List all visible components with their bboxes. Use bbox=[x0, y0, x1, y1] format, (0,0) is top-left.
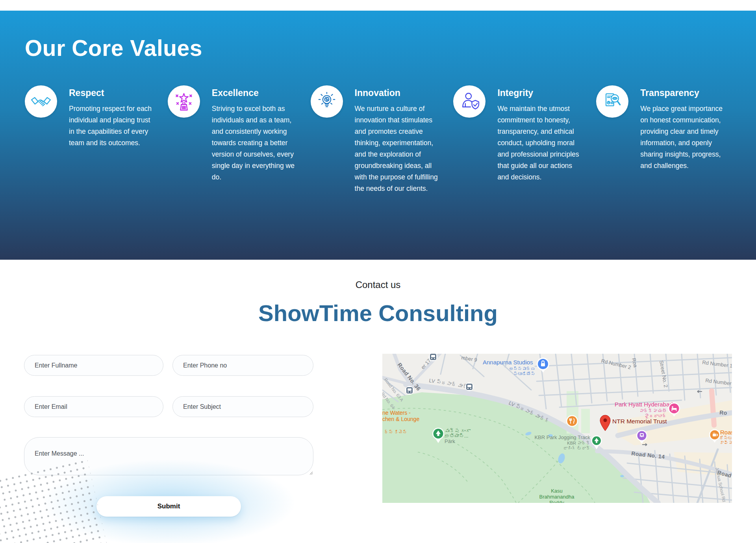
svg-text:Ro: Ro bbox=[719, 409, 728, 416]
trophy-star-icon bbox=[168, 85, 200, 118]
value-description: Promoting respect for each individual an… bbox=[69, 103, 154, 149]
svg-text:వృక్ష గంగా: వృక్ష గంగా bbox=[445, 428, 471, 434]
svg-text:NTR Memorial Trust: NTR Memorial Trust bbox=[612, 418, 667, 425]
document-search-icon bbox=[596, 85, 628, 118]
handshake-icon bbox=[25, 85, 57, 118]
submit-button[interactable]: Submit bbox=[96, 496, 241, 517]
svg-text:Annapurna Studios: Annapurna Studios bbox=[483, 359, 533, 366]
value-card-integrity: Integrity We maintain the utmost commitm… bbox=[453, 85, 591, 194]
value-card-text: Respect Promoting respect for each indiv… bbox=[69, 85, 154, 149]
svg-text:అభియాన్...: అభియాన్... bbox=[445, 433, 468, 439]
svg-text:Park Hyatt Hyderabad: Park Hyatt Hyderabad bbox=[615, 401, 673, 408]
phone-input[interactable] bbox=[172, 355, 313, 376]
svg-text:Roas: Roas bbox=[720, 429, 732, 436]
svg-text:chen & Lounge: chen & Lounge bbox=[382, 416, 419, 422]
value-card-text: Innovation We nurture a culture of innov… bbox=[355, 85, 439, 194]
svg-text:Kasu: Kasu bbox=[551, 488, 563, 494]
map[interactable]: Road No. 36 Road No. 63 A Rd No. 64 er 1… bbox=[382, 354, 732, 503]
person-shield-icon bbox=[453, 85, 485, 118]
core-values-heading: Our Core Values bbox=[25, 35, 202, 61]
value-title: Excellence bbox=[212, 88, 296, 98]
value-description: Striving to excel both as individuals an… bbox=[212, 103, 296, 183]
value-card-text: Excellence Striving to excel both as ind… bbox=[212, 85, 296, 183]
lightbulb-brain-icon bbox=[311, 85, 343, 118]
value-title: Respect bbox=[69, 88, 154, 98]
value-card-excellence: Excellence Striving to excel both as ind… bbox=[168, 85, 305, 194]
page: Our Core Values Respect Promoting respec… bbox=[0, 0, 756, 543]
core-values-section: Our Core Values Respect Promoting respec… bbox=[0, 11, 756, 260]
core-values-cards: Respect Promoting respect for each indiv… bbox=[25, 85, 734, 194]
value-card-respect: Respect Promoting respect for each indiv… bbox=[25, 85, 162, 194]
value-card-innovation: Innovation We nurture a culture of innov… bbox=[311, 85, 448, 194]
value-title: Transparency bbox=[640, 88, 725, 98]
value-card-text: Integrity We maintain the utmost commitm… bbox=[497, 85, 582, 183]
svg-text:Park: Park bbox=[445, 438, 455, 444]
svg-text:ne Waters -: ne Waters - bbox=[382, 410, 411, 416]
svg-text:కాఫీ హ: కాఫీ హ bbox=[719, 440, 732, 445]
email-input[interactable] bbox=[24, 396, 163, 417]
value-description: We nurture a culture of innovation that … bbox=[355, 103, 439, 194]
value-title: Innovation bbox=[355, 88, 439, 98]
restaurant-icon bbox=[566, 415, 578, 427]
value-card-text: Transparency We place great importance o… bbox=[640, 85, 725, 172]
svg-text:Brahmanandha: Brahmanandha bbox=[539, 494, 575, 500]
svg-text:ర్స్ కిచెన్: ర్స్ కిచెన్ bbox=[384, 430, 407, 434]
contact-heading: ShowTime Consulting bbox=[0, 300, 756, 326]
subject-input[interactable] bbox=[172, 396, 313, 417]
svg-text:KBR పార్క్: KBR పార్క్ bbox=[567, 441, 590, 445]
svg-text:స్టూడియోస్: స్టూడియోస్ bbox=[513, 371, 535, 376]
svg-text:జాగింగ్ ట్రాక్: జాగింగ్ ట్రాక్ bbox=[563, 446, 590, 451]
value-card-transparency: Transparency We place great importance o… bbox=[596, 85, 734, 194]
fullname-input[interactable] bbox=[24, 355, 163, 376]
value-description: We place great importance on honest comm… bbox=[640, 103, 725, 172]
value-description: We maintain the utmost commitment to hon… bbox=[497, 103, 582, 183]
value-title: Integrity bbox=[497, 88, 582, 98]
svg-text:Reddy: Reddy bbox=[549, 500, 564, 503]
svg-text:అన్నపూర్ణ: అన్నపూర్ణ bbox=[509, 366, 535, 371]
svg-text:రోస్టరీ: రోస్టరీ bbox=[719, 436, 732, 440]
svg-text:KBR Park Jogging Track: KBR Park Jogging Track bbox=[534, 434, 590, 440]
contact-eyebrow: Contact us bbox=[0, 279, 756, 290]
svg-text:పార్క్ హయత్: పార్క్ హయత్ bbox=[639, 408, 667, 413]
